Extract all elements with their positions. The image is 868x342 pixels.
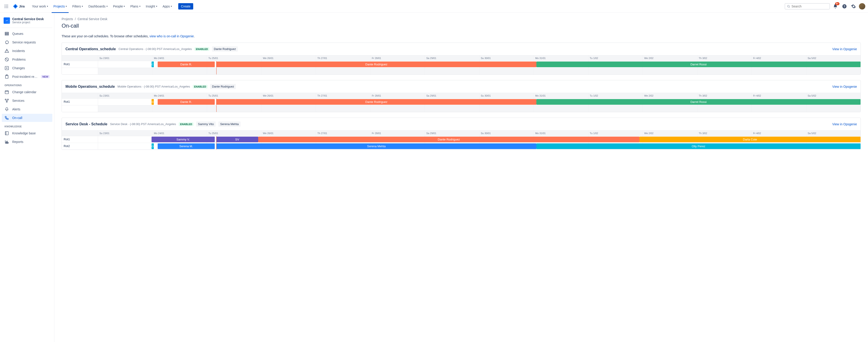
timeline-header: Su 23/01Mo 24/01Tu 25/01We 26/01Th 27/01…: [62, 55, 861, 61]
timeline-day: Th 3/02: [698, 131, 752, 136]
sidebar-item-queues[interactable]: Queues: [2, 30, 52, 38]
timeline-day: Th 3/02: [698, 56, 752, 61]
jira-logo[interactable]: Jira: [11, 4, 27, 9]
sidebar-item-services[interactable]: Services: [2, 97, 52, 105]
rotation-bar[interactable]: Serena M.: [158, 143, 215, 149]
rotation-bar[interactable]: Darla Cote: [640, 137, 861, 142]
timeline-days: Su 23/01Mo 24/01Tu 25/01We 26/01Th 27/01…: [98, 93, 861, 98]
rotation-label: Rot1: [62, 136, 98, 143]
now-indicator: [216, 143, 217, 149]
svg-point-7: [6, 7, 7, 8]
main-content: Projects / Central Service Desk On-call …: [54, 13, 868, 342]
nav-item-projects[interactable]: Projects▾: [52, 4, 69, 9]
sidebar-item-problems[interactable]: Problems: [2, 56, 52, 64]
nav-items: Your work▾Projects▾Filters▾Dashboards▾Pe…: [29, 4, 175, 9]
rotation-bar[interactable]: Sammy V.: [152, 137, 215, 142]
breadcrumb-project-name[interactable]: Central Service Desk: [78, 17, 107, 21]
rotation-bar[interactable]: Darrel Rossi: [536, 99, 861, 105]
schedule-header: Mobile Operations_schedule Mobile Operat…: [62, 80, 861, 93]
rotation-bar[interactable]: Dante R.: [158, 62, 215, 67]
enabled-badge: ENABLED: [194, 47, 209, 51]
row-label-spacer: [62, 56, 98, 61]
timeline-day: Sa 5/02: [806, 93, 861, 98]
sidebar-item-changes[interactable]: Changes: [2, 64, 52, 72]
schedule-meta: Mobile Operations · (-08:00) PST America…: [118, 85, 190, 88]
nav-item-dashboards[interactable]: Dashboards▾: [87, 4, 110, 9]
view-in-opsgenie-link[interactable]: View in Opsgenie: [832, 47, 857, 51]
search-box[interactable]: [785, 3, 830, 9]
svg-rect-34: [6, 142, 6, 143]
view-in-opsgenie-link[interactable]: View in Opsgenie: [832, 85, 857, 89]
participant-chip[interactable]: Sammy Vito: [196, 122, 216, 127]
sidebar-item-change-calendar[interactable]: Change calendar: [2, 88, 52, 96]
timeline-header: Su 23/01Mo 24/01Tu 25/01We 26/01Th 27/01…: [62, 93, 861, 98]
nav-item-filters[interactable]: Filters▾: [70, 4, 85, 9]
sidebar-item-on-call[interactable]: On-call: [2, 114, 52, 122]
schedule-name: Mobile Operations_schedule: [65, 84, 115, 89]
rotation-bar[interactable]: Darrel Rossi: [536, 62, 861, 67]
rotation-bar[interactable]: Dante Rodriguez: [258, 137, 640, 142]
svg-point-6: [5, 7, 5, 8]
help-button[interactable]: ?: [841, 3, 848, 10]
participant-chip[interactable]: Serena Mehta: [218, 122, 241, 127]
sidebar-item-service-requests[interactable]: Service requests: [2, 38, 52, 46]
notifications-button[interactable]: 9+: [832, 3, 839, 10]
rotation-bar[interactable]: Dante Rodriguez: [216, 62, 537, 67]
search-input[interactable]: [792, 4, 828, 8]
create-button[interactable]: Create: [178, 3, 193, 9]
nav-item-plans[interactable]: Plans▾: [128, 4, 142, 9]
project-header[interactable]: Central Service Desk Service project: [2, 17, 52, 28]
schedule-name: Service Desk - Schedule: [65, 122, 107, 126]
svg-point-0: [5, 4, 5, 5]
rotation-bar[interactable]: Olly Perez: [536, 143, 861, 149]
app-switcher[interactable]: [3, 3, 10, 10]
sidebar-item-knowledge-base[interactable]: Knowledge base: [2, 129, 52, 137]
timeline-day: Sa 5/02: [806, 56, 861, 61]
project-subtitle: Service project: [12, 21, 44, 24]
svg-text:?: ?: [843, 4, 845, 8]
timeline-day: Mo 31/01: [534, 93, 588, 98]
notification-badge: 9+: [835, 2, 839, 5]
row-label-spacer: [62, 93, 98, 98]
rotation-stub[interactable]: D: [152, 99, 154, 105]
nav-item-insight[interactable]: Insight▾: [144, 4, 159, 9]
rotation-bar[interactable]: SV: [216, 137, 258, 142]
nav-item-people[interactable]: People▾: [111, 4, 127, 9]
bell-icon: [4, 107, 9, 111]
nav-item-apps[interactable]: Apps▾: [161, 4, 174, 9]
nav-item-label: Your work: [32, 4, 46, 8]
timeline-day: Mo 24/01: [153, 131, 207, 136]
schedule-card: Central Operations_schedule Central Oper…: [62, 42, 861, 75]
sidebar-item-incidents[interactable]: Incidents: [2, 47, 52, 55]
breadcrumb-projects[interactable]: Projects: [62, 17, 73, 21]
nav-item-label: People: [113, 4, 123, 8]
rotation-track: CDante R.Dante RodriguezDarrel Rossi: [98, 61, 861, 68]
user-avatar[interactable]: [859, 3, 865, 9]
intro-text: These are your on-call schedules. To bro…: [62, 34, 861, 38]
timeline-day: Sa 29/01: [425, 93, 479, 98]
rotation-stub[interactable]: O: [152, 143, 154, 149]
nav-item-your-work[interactable]: Your work▾: [30, 4, 50, 9]
svg-rect-35: [7, 141, 7, 143]
sidebar-item-label: Post-incident re…: [12, 75, 37, 78]
schedule-meta: Central Operations · (-08:00) PST Americ…: [119, 47, 192, 51]
view-in-opsgenie-link[interactable]: View in Opsgenie: [832, 123, 857, 126]
rotation-bar[interactable]: Serena Mehta: [216, 143, 537, 149]
sidebar-item-alerts[interactable]: Alerts: [2, 105, 52, 113]
phone-icon: [4, 115, 9, 120]
schedule-meta: Service Desk · (-08:00) PST America/Los_…: [110, 123, 176, 126]
rotation-bar[interactable]: Dante R.: [158, 99, 215, 105]
sidebar-item-label: Change calendar: [12, 90, 36, 94]
opsgenie-link[interactable]: view who is on-call in Opsgenie: [150, 34, 194, 38]
sidebar-item-reports[interactable]: Reports: [2, 138, 52, 146]
sidebar-item-post-incident[interactable]: Post-incident re…NEW: [2, 73, 52, 81]
rotation-bar[interactable]: Dante Rodriguez: [216, 99, 537, 105]
timeline-day: We 26/01: [261, 93, 316, 98]
rotation-stub[interactable]: C: [152, 62, 154, 67]
page-title: On-call: [62, 23, 861, 29]
settings-button[interactable]: [850, 3, 857, 10]
participant-chip[interactable]: Dante Rodriguez: [210, 84, 236, 89]
participant-chip[interactable]: Dante Rodriguez: [212, 46, 238, 52]
queues-icon: [4, 31, 9, 36]
now-indicator: [216, 68, 217, 74]
